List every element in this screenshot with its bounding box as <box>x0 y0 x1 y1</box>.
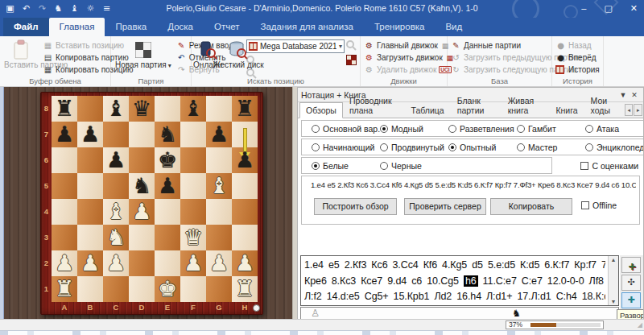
square-a5[interactable] <box>52 173 77 199</box>
piece-black-b-c8[interactable]: ♝ <box>103 96 129 122</box>
board-search-icon[interactable] <box>346 55 357 65</box>
piece-black-p-b7[interactable]: ♟ <box>77 122 103 147</box>
square-h4[interactable] <box>232 199 258 225</box>
piece-black-p-e5[interactable]: ♟ <box>155 173 180 199</box>
move-token[interactable]: 3.Сc4 <box>392 259 418 271</box>
square-h6[interactable]: ♟ <box>232 147 258 173</box>
panel-tab-1[interactable]: Проводник плана <box>343 93 405 118</box>
move-token[interactable]: 14.d:e5 <box>327 291 360 302</box>
square-b2[interactable]: ♟ <box>77 250 103 276</box>
move-token[interactable]: С:e7 <box>522 275 543 287</box>
piece-white-p-g2[interactable]: ♟ <box>206 250 232 276</box>
square-d7[interactable] <box>129 122 155 147</box>
square-g6[interactable] <box>206 147 232 173</box>
move-token[interactable]: 17.Л:d1 <box>517 291 551 302</box>
square-c2[interactable]: ♟ <box>103 250 129 276</box>
square-b8[interactable] <box>77 96 103 122</box>
square-c4[interactable]: ♝ <box>103 199 129 225</box>
move-token[interactable]: Кр:f7 <box>574 259 597 271</box>
ribbon-tab-3[interactable]: Доска <box>157 18 204 36</box>
square-g7[interactable]: ♟ <box>206 122 232 147</box>
ribbon-tab-6[interactable]: Тренировка <box>364 18 436 36</box>
piece-white-b-c4[interactable]: ♝ <box>103 199 129 225</box>
radio-option[interactable]: Белые <box>312 161 380 171</box>
move-token[interactable]: Лf8 <box>589 275 604 287</box>
radio-option[interactable]: Модный <box>380 124 448 134</box>
square-h1[interactable]: ♜ <box>232 276 258 302</box>
piece-black-p-h6[interactable]: ♟ <box>232 147 258 173</box>
move-token[interactable]: Кf6 <box>423 259 437 271</box>
piece-white-b-g5[interactable]: ♝ <box>206 173 232 199</box>
panel-tab-5[interactable]: Книга <box>549 102 584 118</box>
square-c7[interactable] <box>103 122 129 147</box>
radio-option[interactable]: Начинающий <box>312 143 380 152</box>
square-c8[interactable]: ♝ <box>103 96 129 122</box>
radio-option[interactable]: Мастер <box>517 143 585 152</box>
pinwheel-button[interactable]: ✣ <box>621 275 641 291</box>
square-d8[interactable]: ♛ <box>129 96 155 122</box>
square-h2[interactable]: ♟ <box>232 250 258 276</box>
move-token[interactable]: 8.Кc3 <box>332 275 356 287</box>
square-d1[interactable] <box>129 276 155 302</box>
move-token[interactable]: 16.h4 <box>456 291 481 302</box>
square-a3[interactable] <box>52 225 77 250</box>
square-e4[interactable] <box>155 199 180 225</box>
square-c6[interactable]: ♟ <box>103 147 129 173</box>
move-token[interactable]: 6.К:f7 <box>544 259 569 271</box>
square-b1[interactable] <box>77 276 103 302</box>
piece-black-b-f8[interactable]: ♝ <box>180 96 206 122</box>
piece-black-p-c6[interactable]: ♟ <box>103 147 129 173</box>
check-server-button[interactable]: Проверить сервер <box>404 198 486 215</box>
square-g5[interactable]: ♝ <box>206 173 232 199</box>
variation-tree-button[interactable]: ✚ <box>621 257 641 273</box>
remove-engine-button[interactable]: ⚙ Удалить движок UCI <box>364 64 445 75</box>
ribbon-tab-4[interactable]: Отчет <box>204 18 250 36</box>
square-f8[interactable]: ♝ <box>180 96 206 122</box>
square-a6[interactable] <box>52 147 77 173</box>
piece-black-r-a8[interactable]: ♜ <box>52 96 77 122</box>
move-token[interactable]: Кce7 <box>361 275 382 287</box>
piece-white-r-h1[interactable]: ♜ <box>232 276 258 302</box>
scroll-down-icon[interactable]: ▼ <box>609 299 618 304</box>
square-f6[interactable] <box>180 147 206 173</box>
square-g4[interactable] <box>206 199 232 225</box>
square-f3[interactable]: ♛ <box>180 225 206 250</box>
square-d6[interactable] <box>129 147 155 173</box>
move-token[interactable]: Кре6 <box>304 275 327 287</box>
square-f4[interactable] <box>180 199 206 225</box>
square-e3[interactable] <box>155 225 180 250</box>
square-e6[interactable]: ♚ <box>155 147 180 173</box>
square-g3[interactable] <box>206 225 232 250</box>
radio-option[interactable]: Продвинутый <box>380 143 448 152</box>
square-d4[interactable]: ♟ <box>129 199 155 225</box>
move-token[interactable]: 10.Сg5 <box>427 275 459 287</box>
history-button[interactable]: История <box>555 64 600 75</box>
paste-game-button[interactable]: Вставить партию <box>3 39 39 70</box>
panel-tab-2[interactable]: Таблица <box>405 102 451 118</box>
piece-black-p-g7[interactable]: ♟ <box>206 122 232 147</box>
square-a7[interactable]: ♟ <box>52 122 77 147</box>
piece-white-p-f2[interactable]: ♟ <box>180 250 206 276</box>
tab-scroll-left-icon[interactable]: ◂ <box>625 104 634 116</box>
ribbon-tab-7[interactable]: Вид <box>435 18 473 36</box>
panel-tab-6[interactable]: Мои ходы <box>584 93 625 118</box>
square-e1[interactable]: ♚ <box>155 276 180 302</box>
move-token[interactable]: Лd2 <box>434 291 452 302</box>
panel-tab-0[interactable]: Обзоры <box>299 102 343 118</box>
default-engine-button[interactable]: ⚙ Главный движок ▦ <box>364 40 445 51</box>
square-d5[interactable]: ♞ <box>129 173 155 199</box>
knight-icon[interactable]: ♞ <box>53 2 64 14</box>
square-c5[interactable] <box>103 173 129 199</box>
new-game-button[interactable]: Новая партия▾ <box>114 39 172 71</box>
reference-database-select[interactable]: Mega Database 2021 ▾ <box>246 39 345 53</box>
close-button[interactable]: ✕ <box>630 2 638 14</box>
square-h3[interactable] <box>232 225 258 250</box>
square-d2[interactable] <box>129 250 155 276</box>
move-token[interactable]: 12.0-0-0 <box>547 275 584 287</box>
radio-option[interactable]: Энциклопедия <box>585 143 643 152</box>
ribbon-tab-1[interactable]: Главная <box>49 18 105 36</box>
notation-pane[interactable]: 1.e4e52.Кf3Кc63.Сc4Кf64.Кg5d55.e:d5К:d56… <box>300 255 619 306</box>
move-token[interactable]: 1.e4 <box>304 259 324 271</box>
square-f7[interactable] <box>180 122 206 147</box>
square-h5[interactable] <box>232 173 258 199</box>
